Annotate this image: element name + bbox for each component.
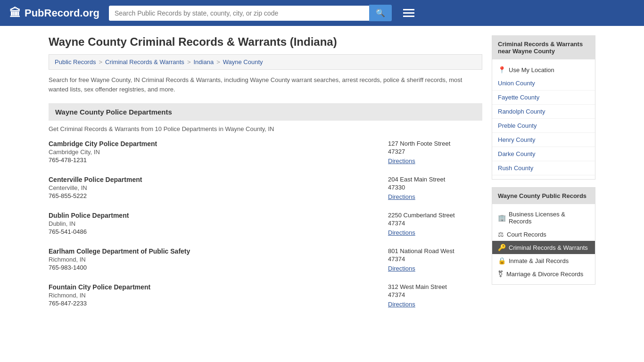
pr-icon-0: 🏢: [498, 214, 506, 222]
public-records-link-2[interactable]: 🔑 Criminal Records & Warrants: [492, 241, 595, 254]
site-header: 🏛 PubRecord.org 🔍: [0, 0, 644, 26]
dept-zip-2: 47374: [388, 220, 482, 227]
pr-label-4: Marriage & Divorce Records: [506, 271, 583, 278]
nearby-county-1[interactable]: Fayette County: [492, 90, 595, 105]
dept-zip-3: 47374: [388, 255, 482, 263]
page-title: Wayne County Criminal Records & Warrants…: [49, 35, 482, 49]
public-records-list: 🏢 Business Licenses & Records ⚖ Court Re…: [492, 208, 595, 280]
dept-phone-1: 765-855-5222: [49, 192, 388, 199]
dept-right-2: 2250 Cumberland Street 47374 Directions: [388, 212, 482, 236]
menu-bar-2: [403, 12, 414, 14]
public-records-link-4[interactable]: ⚧ Marriage & Divorce Records: [492, 267, 595, 280]
public-records-box: Wayne County Public Records 🏢 Business L…: [492, 187, 595, 285]
dept-address-2: 2250 Cumberland Street: [388, 212, 482, 219]
dept-phone-0: 765-478-1231: [49, 156, 388, 164]
dept-address-3: 801 National Road West: [388, 247, 482, 255]
directions-link-0[interactable]: Directions: [388, 157, 415, 165]
main-content: Wayne County Criminal Records & Warrants…: [49, 35, 482, 319]
location-icon: 📍: [498, 66, 506, 74]
breadcrumb: Public Records > Criminal Records & Warr…: [49, 54, 482, 70]
pr-icon-2: 🔑: [498, 244, 506, 251]
breadcrumb-public-records[interactable]: Public Records: [55, 58, 96, 66]
pr-label-0: Business Licenses & Records: [509, 211, 589, 225]
department-entry: Cambridge City Police Department Cambrid…: [49, 140, 482, 166]
dept-address-1: 204 East Main Street: [388, 176, 482, 183]
dept-name-2: Dublin Police Department: [49, 212, 388, 219]
logo[interactable]: 🏛 PubRecord.org: [9, 7, 99, 20]
dept-city-1: Centerville, IN: [49, 184, 388, 191]
dept-right-1: 204 East Main Street 47330 Directions: [388, 176, 482, 200]
nearby-header: Criminal Records & Warrants near Wayne C…: [492, 36, 595, 59]
dept-right-4: 312 West Main Street 47374 Directions: [388, 283, 482, 308]
logo-icon: 🏛: [9, 7, 21, 20]
nearby-county-5[interactable]: Darke County: [492, 147, 595, 161]
use-my-location[interactable]: 📍 Use My Location: [492, 63, 595, 76]
department-entry: Earlham College Department of Public Saf…: [49, 247, 482, 274]
dept-city-2: Dublin, IN: [49, 220, 388, 227]
dept-left-2: Dublin Police Department Dublin, IN 765-…: [49, 212, 388, 236]
directions-link-4[interactable]: Directions: [388, 301, 415, 308]
search-button[interactable]: 🔍: [369, 5, 392, 21]
pr-label-3: Inmate & Jail Records: [509, 257, 569, 264]
dept-zip-0: 47327: [388, 148, 482, 155]
directions-link-1[interactable]: Directions: [388, 193, 415, 200]
dept-name-0: Cambridge City Police Department: [49, 140, 388, 148]
dept-right-3: 801 National Road West 47374 Directions: [388, 247, 482, 272]
search-area: 🔍: [109, 5, 392, 21]
sidebar: Criminal Records & Warrants near Wayne C…: [492, 35, 595, 319]
dept-city-3: Richmond, IN: [49, 256, 388, 263]
breadcrumb-sep-2: >: [187, 58, 191, 66]
department-entry: Fountain City Police Department Richmond…: [49, 283, 482, 310]
dept-phone-3: 765-983-1400: [49, 264, 388, 271]
logo-text: PubRecord.org: [25, 7, 99, 19]
dept-city-4: Richmond, IN: [49, 292, 388, 299]
use-location-label: Use My Location: [509, 66, 554, 74]
nearby-counties-list: Union CountyFayette CountyRandolph Count…: [492, 76, 595, 175]
public-records-content: 🏢 Business Licenses & Records ⚖ Court Re…: [492, 204, 595, 284]
directions-link-3[interactable]: Directions: [388, 265, 415, 272]
menu-button[interactable]: [401, 7, 416, 19]
directions-link-2[interactable]: Directions: [388, 229, 415, 236]
nearby-county-2[interactable]: Randolph County: [492, 105, 595, 119]
nearby-county-3[interactable]: Preble County: [492, 119, 595, 133]
dept-name-4: Fountain City Police Department: [49, 283, 388, 291]
breadcrumb-criminal-records[interactable]: Criminal Records & Warrants: [105, 58, 184, 66]
dept-city-0: Cambridge City, IN: [49, 148, 388, 156]
pr-icon-3: 🔒: [498, 257, 506, 264]
public-records-link-1[interactable]: ⚖ Court Records: [492, 228, 595, 241]
dept-right-0: 127 North Foote Street 47327 Directions: [388, 140, 482, 165]
dept-name-3: Earlham College Department of Public Saf…: [49, 247, 388, 255]
search-input[interactable]: [109, 6, 369, 21]
department-entry: Dublin Police Department Dublin, IN 765-…: [49, 212, 482, 238]
page-description: Search for free Wayne County, IN Crimina…: [49, 75, 482, 94]
public-records-link-0[interactable]: 🏢 Business Licenses & Records: [492, 208, 595, 228]
pr-label-2: Criminal Records & Warrants: [509, 244, 588, 251]
pr-icon-1: ⚖: [498, 230, 504, 238]
departments-list: Cambridge City Police Department Cambrid…: [49, 140, 482, 310]
dept-zip-1: 47330: [388, 184, 482, 191]
dept-left-3: Earlham College Department of Public Saf…: [49, 247, 388, 272]
menu-bar-3: [403, 16, 414, 17]
dept-phone-2: 765-541-0486: [49, 228, 388, 235]
nearby-county-6[interactable]: Rush County: [492, 161, 595, 175]
section-header: Wayne County Police Departments: [49, 103, 482, 121]
nearby-county-0[interactable]: Union County: [492, 76, 595, 90]
nearby-county-4[interactable]: Henry County: [492, 133, 595, 147]
breadcrumb-sep-1: >: [99, 58, 102, 66]
menu-bar-1: [403, 9, 414, 10]
dept-name-1: Centerville Police Department: [49, 176, 388, 183]
nearby-box: Criminal Records & Warrants near Wayne C…: [492, 35, 595, 180]
breadcrumb-sep-3: >: [216, 58, 220, 66]
dept-left-1: Centerville Police Department Centervill…: [49, 176, 388, 200]
breadcrumb-indiana[interactable]: Indiana: [193, 58, 214, 66]
dept-left-0: Cambridge City Police Department Cambrid…: [49, 140, 388, 165]
nearby-content: 📍 Use My Location Union CountyFayette Co…: [492, 59, 595, 179]
breadcrumb-wayne-county[interactable]: Wayne County: [223, 58, 263, 66]
dept-left-4: Fountain City Police Department Richmond…: [49, 283, 388, 308]
pr-label-1: Court Records: [507, 231, 546, 238]
pr-icon-4: ⚧: [498, 270, 504, 278]
dept-address-0: 127 North Foote Street: [388, 140, 482, 147]
dept-phone-4: 765-847-2233: [49, 300, 388, 307]
dept-zip-4: 47374: [388, 291, 482, 298]
public-records-link-3[interactable]: 🔒 Inmate & Jail Records: [492, 254, 595, 267]
